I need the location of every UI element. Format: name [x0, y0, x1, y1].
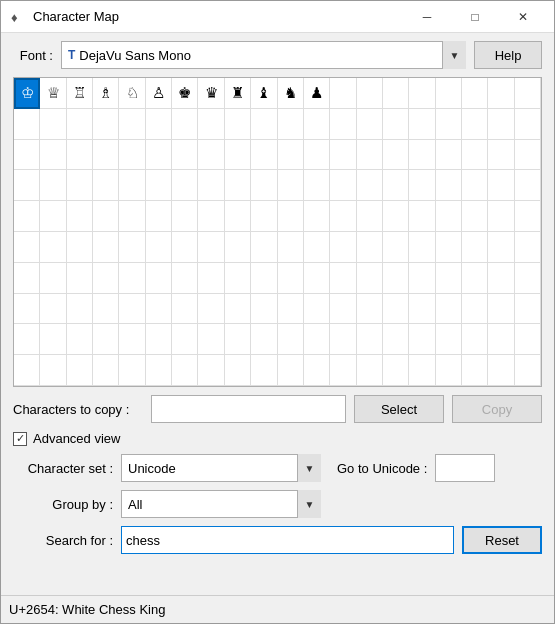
char-cell[interactable]	[67, 109, 93, 140]
char-cell[interactable]	[462, 355, 488, 386]
char-cell[interactable]	[383, 324, 409, 355]
char-cell[interactable]	[67, 140, 93, 171]
char-cell[interactable]	[357, 294, 383, 325]
close-button[interactable]: ✕	[500, 4, 546, 30]
char-cell[interactable]	[436, 109, 462, 140]
char-cell[interactable]	[93, 263, 119, 294]
help-button[interactable]: Help	[474, 41, 542, 69]
char-cell[interactable]	[93, 109, 119, 140]
char-cell[interactable]	[436, 263, 462, 294]
char-cell[interactable]	[198, 232, 224, 263]
goto-unicode-input[interactable]	[435, 454, 495, 482]
char-cell[interactable]	[383, 263, 409, 294]
char-cell[interactable]	[225, 232, 251, 263]
char-cell[interactable]	[198, 355, 224, 386]
char-cell[interactable]	[488, 140, 514, 171]
char-cell[interactable]	[251, 324, 277, 355]
char-cell[interactable]: ♛	[198, 78, 224, 109]
char-cell[interactable]	[119, 170, 145, 201]
char-cell[interactable]	[278, 355, 304, 386]
char-cell[interactable]	[119, 294, 145, 325]
char-cell[interactable]	[409, 294, 435, 325]
char-cell[interactable]	[172, 324, 198, 355]
char-cell[interactable]	[436, 355, 462, 386]
char-cell[interactable]	[409, 170, 435, 201]
char-cell[interactable]	[67, 263, 93, 294]
char-cell[interactable]	[251, 170, 277, 201]
char-cell[interactable]	[515, 355, 541, 386]
char-cell[interactable]	[119, 201, 145, 232]
char-cell[interactable]	[330, 355, 356, 386]
char-cell[interactable]	[488, 355, 514, 386]
char-cell[interactable]	[40, 140, 66, 171]
char-cell[interactable]	[67, 201, 93, 232]
char-cell[interactable]	[14, 109, 40, 140]
char-cell[interactable]	[146, 140, 172, 171]
char-cell[interactable]	[93, 140, 119, 171]
char-cell[interactable]: ♘	[119, 78, 145, 109]
char-cell[interactable]	[304, 324, 330, 355]
char-cell[interactable]	[436, 294, 462, 325]
char-cell[interactable]	[251, 232, 277, 263]
char-cell[interactable]	[383, 109, 409, 140]
char-cell[interactable]	[304, 109, 330, 140]
char-cell[interactable]	[119, 324, 145, 355]
char-cell[interactable]	[488, 294, 514, 325]
char-cell[interactable]	[330, 109, 356, 140]
char-cell[interactable]	[409, 78, 435, 109]
char-cell[interactable]	[67, 324, 93, 355]
char-cell[interactable]	[409, 109, 435, 140]
char-cell[interactable]	[409, 140, 435, 171]
char-cell[interactable]	[515, 140, 541, 171]
char-cell[interactable]	[172, 201, 198, 232]
char-cell[interactable]	[383, 294, 409, 325]
char-cell[interactable]	[93, 324, 119, 355]
char-cell[interactable]	[304, 140, 330, 171]
char-cell[interactable]	[304, 263, 330, 294]
char-cell[interactable]	[172, 232, 198, 263]
char-cell[interactable]: ♔	[14, 78, 40, 109]
char-cell[interactable]: ♝	[251, 78, 277, 109]
char-cell[interactable]	[462, 78, 488, 109]
char-cell[interactable]	[357, 109, 383, 140]
char-cell[interactable]	[515, 201, 541, 232]
char-cell[interactable]	[251, 140, 277, 171]
char-cell[interactable]	[251, 355, 277, 386]
advanced-view-checkbox[interactable]: ✓	[13, 432, 27, 446]
char-cell[interactable]	[40, 201, 66, 232]
char-cell[interactable]	[146, 324, 172, 355]
char-cell[interactable]	[462, 324, 488, 355]
char-cell[interactable]: ♟	[304, 78, 330, 109]
char-cell[interactable]	[93, 355, 119, 386]
char-cell[interactable]	[304, 294, 330, 325]
char-cell[interactable]	[278, 232, 304, 263]
char-cell[interactable]	[462, 232, 488, 263]
char-cell[interactable]	[304, 232, 330, 263]
char-cell[interactable]	[146, 263, 172, 294]
search-input[interactable]	[121, 526, 454, 554]
chars-to-copy-input[interactable]	[151, 395, 346, 423]
char-cell[interactable]	[93, 170, 119, 201]
char-cell[interactable]	[436, 140, 462, 171]
char-cell[interactable]	[515, 78, 541, 109]
maximize-button[interactable]: □	[452, 4, 498, 30]
char-cell[interactable]	[330, 201, 356, 232]
char-cell[interactable]	[383, 232, 409, 263]
char-cell[interactable]	[278, 201, 304, 232]
char-cell[interactable]	[436, 324, 462, 355]
char-cell[interactable]	[515, 263, 541, 294]
char-cell[interactable]	[488, 324, 514, 355]
char-cell[interactable]	[119, 232, 145, 263]
char-cell[interactable]	[409, 232, 435, 263]
char-cell[interactable]	[225, 294, 251, 325]
char-cell[interactable]	[462, 109, 488, 140]
char-cell[interactable]	[409, 355, 435, 386]
char-cell[interactable]	[40, 355, 66, 386]
char-cell[interactable]	[14, 324, 40, 355]
char-cell[interactable]	[14, 232, 40, 263]
char-cell[interactable]	[278, 294, 304, 325]
char-cell[interactable]	[146, 109, 172, 140]
char-cell[interactable]	[146, 201, 172, 232]
char-cell[interactable]	[330, 140, 356, 171]
char-cell[interactable]	[330, 294, 356, 325]
